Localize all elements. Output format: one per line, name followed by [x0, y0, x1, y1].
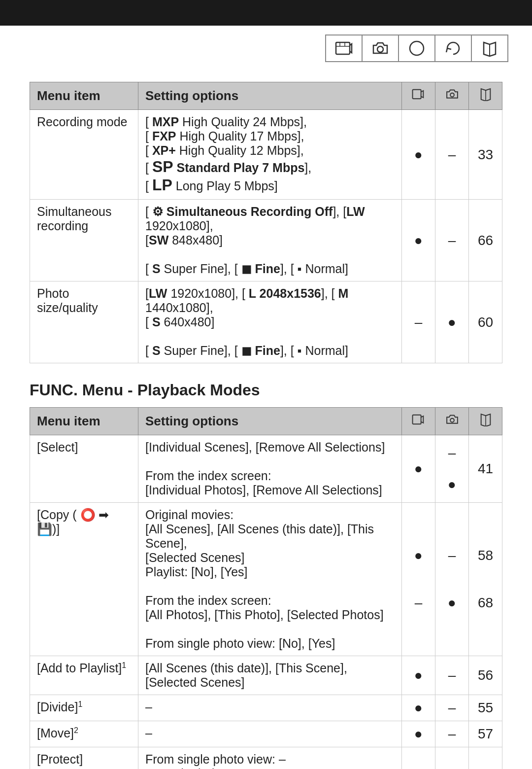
dot-photo-photo-size: ● [435, 281, 469, 363]
setting-move: – [138, 721, 402, 747]
dot-photo-protect: ● [435, 747, 469, 769]
page-protect: 68 [469, 747, 502, 769]
playback-header-movie [402, 408, 435, 435]
setting-divide: – [138, 695, 402, 721]
main-content: Menu item Setting options [0, 66, 532, 769]
svg-rect-7 [412, 90, 421, 99]
page-simultaneous: 66 [469, 200, 502, 281]
menu-item-select: [Select] [30, 435, 138, 503]
setting-playlist: [All Scenes (this date)], [This Scene], … [138, 656, 402, 695]
setting-recording-mode: [ MXP High Quality 24 Mbps], [ FXP High … [138, 110, 402, 200]
dot-movie-protect: – [402, 747, 435, 769]
table-row: Simultaneous recording [ ⚙ Simultaneous … [30, 200, 502, 281]
movie-icon [326, 35, 363, 61]
dot-photo-select: –● [435, 435, 469, 503]
menu-item-photo-size: Photo size/quality [30, 281, 138, 363]
setting-simultaneous: [ ⚙ Simultaneous Recording Off], [LW 192… [138, 200, 402, 281]
dot-photo-copy: –● [435, 503, 469, 656]
menu-item-recording-mode: Recording mode [30, 110, 138, 200]
dot-movie-move: ● [402, 721, 435, 747]
page-move: 57 [469, 721, 502, 747]
svg-point-4 [377, 46, 383, 52]
table-row: [Move]2 – ● – 57 [30, 721, 502, 747]
setting-copy: Original movies: [All Scenes], [All Scen… [138, 503, 402, 656]
top-bar [0, 0, 532, 26]
refresh-icon [435, 35, 472, 61]
recording-table: Menu item Setting options [30, 82, 502, 363]
svg-rect-0 [336, 42, 350, 54]
playback-section-title: FUNC. Menu - Playback Modes [30, 381, 502, 399]
setting-protect: From single photo view: – From the index… [138, 747, 402, 769]
menu-item-divide: [Divide]1 [30, 695, 138, 721]
dot-photo-playlist: – [435, 656, 469, 695]
dot-movie-playlist: ● [402, 656, 435, 695]
page-copy: 5868 [469, 503, 502, 656]
page-select: 41 [469, 435, 502, 503]
menu-item-move: [Move]2 [30, 721, 138, 747]
dot-photo-move: – [435, 721, 469, 747]
svg-rect-10 [412, 415, 421, 424]
recording-header-book [469, 82, 502, 110]
dot-movie-photo-size: – [402, 281, 435, 363]
camera-icon [363, 35, 399, 61]
dot-photo-recording: – [435, 110, 469, 200]
page-photo-size: 60 [469, 281, 502, 363]
table-row: [Divide]1 – ● – 55 [30, 695, 502, 721]
page-playlist: 56 [469, 656, 502, 695]
dot-movie-simultaneous: ● [402, 200, 435, 281]
dot-movie-select: ● [402, 435, 435, 503]
recording-header-menu: Menu item [30, 82, 138, 110]
book-icon [472, 35, 507, 61]
recording-header-photo [435, 82, 469, 110]
dot-photo-simultaneous: – [435, 200, 469, 281]
playback-header-setting: Setting options [138, 408, 402, 435]
dot-movie-divide: ● [402, 695, 435, 721]
table-row: [Protect] From single photo view: – From… [30, 747, 502, 769]
playback-header-photo [435, 408, 469, 435]
table-row: [Add to Playlist]1 [All Scenes (this dat… [30, 656, 502, 695]
page-divide: 55 [469, 695, 502, 721]
menu-item-copy: [Copy ( ⭕ ➡ 💾)] [30, 503, 138, 656]
dot-movie-recording: ● [402, 110, 435, 200]
recording-header-movie [402, 82, 435, 110]
table-row: [Copy ( ⭕ ➡ 💾)] Original movies: [All Sc… [30, 503, 502, 656]
icon-bar-inner [325, 35, 508, 62]
table-row: Photo size/quality [LW 1920x1080], [ L 2… [30, 281, 502, 363]
recording-header-setting: Setting options [138, 82, 402, 110]
svg-point-8 [450, 93, 454, 97]
setting-select: [Individual Scenes], [Remove All Selecti… [138, 435, 402, 503]
playback-header-menu: Menu item [30, 408, 138, 435]
svg-point-11 [450, 419, 454, 422]
table-row: [Select] [Individual Scenes], [Remove Al… [30, 435, 502, 503]
playback-table: Menu item Setting options [30, 407, 502, 769]
icon-bar [0, 26, 532, 66]
dot-photo-divide: – [435, 695, 469, 721]
circle-icon [399, 35, 435, 61]
playback-header-book [469, 408, 502, 435]
menu-item-protect: [Protect] [30, 747, 138, 769]
setting-photo-size: [LW 1920x1080], [ L 2048x1536], [ M 1440… [138, 281, 402, 363]
menu-item-simultaneous: Simultaneous recording [30, 200, 138, 281]
table-row: Recording mode [ MXP High Quality 24 Mbp… [30, 110, 502, 200]
svg-point-5 [410, 41, 424, 55]
menu-item-playlist: [Add to Playlist]1 [30, 656, 138, 695]
dot-movie-copy: ●– [402, 503, 435, 656]
page-recording: 33 [469, 110, 502, 200]
